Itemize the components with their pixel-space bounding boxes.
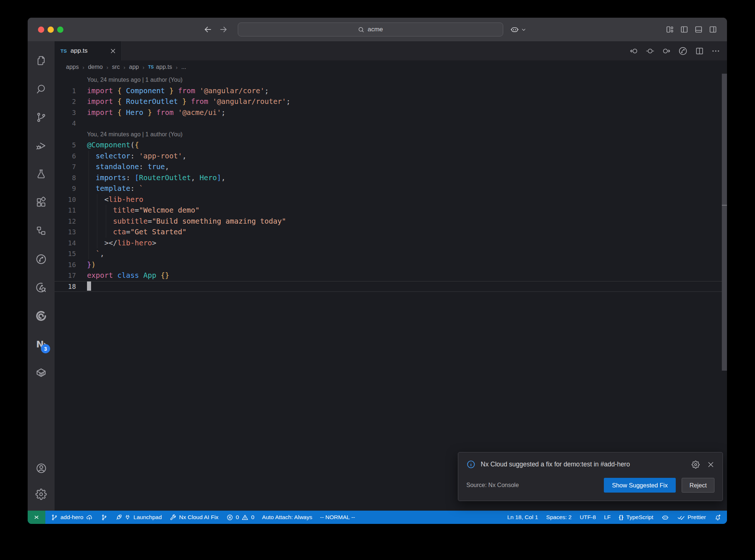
notifications-bell-item[interactable] — [714, 514, 721, 521]
nx-cloud-ai-fix-item[interactable]: Nx Cloud AI Fix — [170, 514, 219, 521]
eol-item[interactable]: LF — [604, 514, 610, 521]
nav-back-icon[interactable] — [629, 46, 639, 56]
editor-scrollbar[interactable] — [722, 74, 727, 511]
nx-console-icon[interactable]: N› 3 — [28, 330, 55, 358]
code-line[interactable]: 9 template: ` — [55, 183, 727, 194]
line-number[interactable] — [55, 129, 76, 140]
minimize-window-button[interactable] — [48, 27, 54, 33]
breadcrumb-item[interactable]: TSapp.ts — [148, 64, 172, 70]
git-graph-icon[interactable] — [28, 245, 55, 273]
line-number[interactable]: 17 — [55, 270, 76, 281]
notification-close-icon[interactable] — [707, 461, 714, 468]
code-line[interactable]: 1import { Component } from '@angular/cor… — [55, 85, 727, 97]
line-number[interactable]: 18 — [55, 281, 76, 292]
formatter-item[interactable]: Prettier — [677, 514, 706, 521]
tab-close-icon[interactable] — [110, 48, 116, 54]
edge-browser-icon[interactable] — [28, 302, 55, 330]
accounts-icon[interactable] — [28, 455, 55, 481]
code-line[interactable]: 3import { Hero } from '@acme/ui'; — [55, 107, 727, 118]
nav-forward-icon[interactable] — [662, 46, 671, 56]
auto-attach-item[interactable]: Auto Attach: Always — [262, 514, 312, 521]
line-number[interactable]: 11 — [55, 205, 76, 216]
vim-mode-item[interactable]: -- NORMAL -- — [320, 514, 355, 521]
cursor-position-item[interactable]: Ln 18, Col 1 — [507, 514, 538, 521]
zoom-window-button[interactable] — [57, 27, 63, 33]
line-number[interactable]: 5 — [55, 140, 76, 151]
line-number[interactable]: 15 — [55, 248, 76, 259]
customize-layout-icon[interactable] — [665, 25, 674, 34]
breadcrumb-item[interactable]: app — [129, 64, 139, 70]
line-number[interactable]: 10 — [55, 194, 76, 205]
reject-button[interactable]: Reject — [682, 478, 714, 493]
code-line[interactable]: 13 cta="Get Started" — [55, 227, 727, 238]
tab-app-ts[interactable]: TS app.ts — [55, 41, 122, 60]
line-number[interactable]: 13 — [55, 227, 76, 238]
copilot-menu[interactable] — [510, 25, 526, 34]
line-number[interactable]: 7 — [55, 161, 76, 172]
code-line[interactable]: 17export class App {} — [55, 270, 727, 281]
breadcrumb-item[interactable]: demo — [88, 64, 103, 70]
history-forward-icon[interactable] — [219, 25, 228, 34]
show-suggested-fix-button[interactable]: Show Suggested Fix — [604, 478, 676, 493]
settings-gear-icon[interactable] — [28, 481, 55, 507]
code-editor[interactable]: You, 24 minutes ago | 1 author (You)1imp… — [55, 74, 727, 511]
line-number[interactable]: 2 — [55, 96, 76, 107]
scrollbar-thumb[interactable] — [722, 74, 727, 371]
command-center-search[interactable]: acme — [238, 22, 503, 36]
code-line[interactable]: 5@Component({ — [55, 140, 727, 151]
breadcrumb-item[interactable]: apps — [66, 64, 79, 70]
remote-indicator[interactable] — [28, 511, 45, 524]
code-line[interactable]: 16}) — [55, 259, 727, 270]
close-window-button[interactable] — [38, 27, 44, 33]
code-line[interactable]: 12 subtitle="Build something amazing tod… — [55, 216, 727, 227]
notification-settings-icon[interactable] — [692, 461, 700, 469]
explorer-icon[interactable] — [28, 46, 55, 75]
line-number[interactable]: 12 — [55, 216, 76, 227]
copilot-status-item[interactable] — [661, 514, 669, 521]
more-actions-icon[interactable] — [711, 46, 720, 56]
breadcrumb-item[interactable]: src — [112, 64, 120, 70]
encoding-item[interactable]: UTF-8 — [580, 514, 596, 521]
git-blame-annotation[interactable]: You, 24 minutes ago | 1 author (You) — [55, 74, 727, 85]
line-number[interactable]: 4 — [55, 118, 76, 129]
search-view-icon[interactable] — [28, 75, 55, 103]
launchpad-item[interactable]: Launchpad — [115, 514, 162, 521]
code-line[interactable]: 18 — [55, 281, 727, 292]
commit-graph-item[interactable] — [101, 514, 108, 521]
code-line[interactable]: 2import { RouterOutlet } from '@angular/… — [55, 96, 727, 107]
testing-icon[interactable] — [28, 160, 55, 188]
code-line[interactable]: 8 imports: [RouterOutlet, Hero], — [55, 172, 727, 183]
commit-search-icon[interactable] — [28, 273, 55, 302]
line-number[interactable]: 6 — [55, 151, 76, 162]
line-number[interactable]: 8 — [55, 172, 76, 183]
code-line[interactable]: 14 ></lib-hero> — [55, 238, 727, 249]
problems-item[interactable]: 0 0 — [226, 514, 254, 521]
code-line[interactable]: 11 title="Welcmoe demo" — [55, 205, 727, 216]
extensions-icon[interactable] — [28, 188, 55, 217]
line-number[interactable]: 14 — [55, 238, 76, 249]
history-back-icon[interactable] — [203, 25, 213, 34]
toggle-panel-icon[interactable] — [694, 25, 703, 34]
hierarchy-icon[interactable] — [28, 217, 55, 245]
code-line[interactable]: 7 standalone: true, — [55, 161, 727, 172]
line-number[interactable] — [55, 74, 76, 85]
split-editor-icon[interactable] — [695, 46, 704, 56]
code-line[interactable]: 6 selector: 'app-root', — [55, 151, 727, 162]
container-tools-icon[interactable] — [28, 358, 55, 387]
code-line[interactable]: 15 `, — [55, 248, 727, 259]
toggle-secondary-sidebar-icon[interactable] — [709, 25, 717, 34]
toggle-primary-sidebar-icon[interactable] — [680, 25, 689, 34]
code-line[interactable]: 10 <lib-hero — [55, 194, 727, 205]
code-line[interactable]: 4 — [55, 118, 727, 129]
language-mode-item[interactable]: {} TypeScript — [619, 514, 654, 521]
line-number[interactable]: 16 — [55, 259, 76, 270]
git-graph-button-icon[interactable] — [678, 46, 688, 56]
line-number[interactable]: 3 — [55, 107, 76, 118]
git-blame-annotation[interactable]: You, 24 minutes ago | 1 author (You) — [55, 129, 727, 140]
line-number[interactable]: 9 — [55, 183, 76, 194]
nav-current-icon[interactable] — [646, 46, 655, 56]
breadcrumb-item[interactable]: ... — [181, 64, 186, 70]
source-control-icon[interactable] — [28, 103, 55, 132]
run-and-debug-icon[interactable] — [28, 132, 55, 160]
git-branch-item[interactable]: add-hero — [51, 514, 93, 521]
